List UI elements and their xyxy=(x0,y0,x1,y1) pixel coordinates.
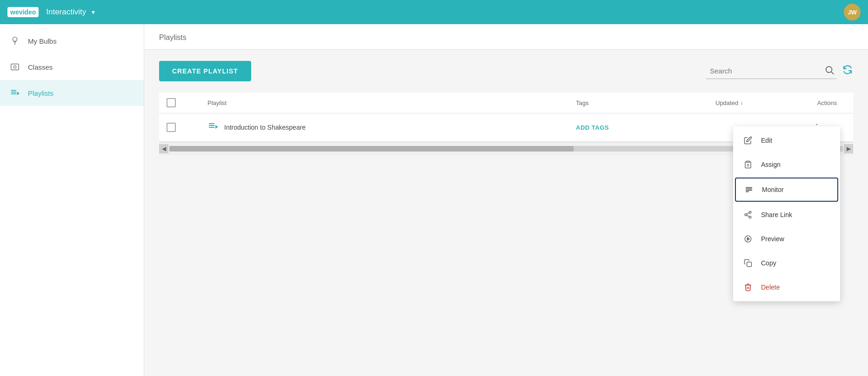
menu-item-preview[interactable]: Preview xyxy=(733,227,840,251)
row-checkbox[interactable] xyxy=(167,123,176,132)
logo-box: wevideo xyxy=(7,7,39,17)
svg-line-21 xyxy=(747,215,749,217)
svg-point-0 xyxy=(13,37,17,41)
context-menu: Edit Assign xyxy=(733,126,840,301)
row-check-col xyxy=(167,123,189,132)
sidebar: My Bulbs Classes Playlists xyxy=(0,24,144,376)
toolbar: CREATE PLAYLIST xyxy=(159,61,853,81)
delete-icon xyxy=(742,282,754,293)
col-header-playlist: Playlist xyxy=(189,99,576,106)
select-all-checkbox[interactable] xyxy=(167,98,176,107)
nav-left: wevideo Interactivity ▾ xyxy=(7,7,95,17)
sidebar-item-playlists[interactable]: Playlists xyxy=(0,80,144,106)
assign-label: Assign xyxy=(761,161,781,168)
copy-icon xyxy=(742,257,754,269)
edit-label: Edit xyxy=(761,137,772,144)
sidebar-label-my-bulbs: My Bulbs xyxy=(28,37,57,45)
svg-marker-24 xyxy=(748,237,750,240)
classes-icon xyxy=(9,61,20,73)
create-playlist-button[interactable]: CREATE PLAYLIST xyxy=(159,61,251,81)
logo-text: wevideo xyxy=(10,8,36,16)
bulb-icon xyxy=(9,35,20,46)
search-input[interactable] xyxy=(706,63,836,79)
search-area xyxy=(706,63,853,79)
menu-item-share-link[interactable]: Share Link xyxy=(733,203,840,227)
svg-line-22 xyxy=(747,213,749,214)
svg-point-18 xyxy=(749,211,751,214)
page-title: Playlists xyxy=(159,33,853,49)
select-all-col xyxy=(167,98,189,107)
playlist-row-name: Introduction to Shakespeare xyxy=(224,124,306,131)
row-playlist-col: Introduction to Shakespeare xyxy=(189,121,576,134)
playlists-icon xyxy=(9,87,20,99)
sidebar-label-playlists: Playlists xyxy=(28,89,53,97)
table-header: Playlist Tags Updated ↓ Actions xyxy=(159,92,853,113)
svg-line-7 xyxy=(831,72,834,74)
scroll-left-arrow[interactable]: ◀ xyxy=(159,144,168,153)
updated-label: Updated xyxy=(715,99,738,106)
menu-item-assign[interactable]: Assign xyxy=(733,152,840,177)
menu-item-copy[interactable]: Copy xyxy=(733,251,840,275)
preview-label: Preview xyxy=(761,235,784,243)
menu-item-delete[interactable]: Delete xyxy=(733,275,840,299)
page-header: Playlists xyxy=(144,24,868,50)
monitor-label: Monitor xyxy=(762,186,784,193)
edit-icon xyxy=(742,135,754,146)
add-tags-button[interactable]: ADD TAGS xyxy=(576,124,609,131)
svg-point-19 xyxy=(745,214,747,216)
col-header-updated[interactable]: Updated ↓ xyxy=(715,99,808,106)
sidebar-label-classes: Classes xyxy=(28,63,53,71)
sidebar-item-my-bulbs[interactable]: My Bulbs xyxy=(0,28,144,54)
layout: My Bulbs Classes Playlists xyxy=(0,24,868,376)
col-header-tags: Tags xyxy=(576,99,715,106)
svg-point-20 xyxy=(749,216,751,218)
scroll-thumb xyxy=(169,146,574,152)
app-dropdown-icon[interactable]: ▾ xyxy=(92,8,95,16)
refresh-button[interactable] xyxy=(842,64,853,78)
app-name: Interactivity xyxy=(46,7,86,17)
menu-item-monitor[interactable]: Monitor xyxy=(735,178,838,202)
svg-point-2 xyxy=(13,66,16,68)
share-link-label: Share Link xyxy=(761,211,792,218)
svg-rect-11 xyxy=(747,161,749,163)
top-nav: wevideo Interactivity ▾ JW xyxy=(0,0,868,24)
copy-label: Copy xyxy=(761,259,776,267)
svg-rect-25 xyxy=(747,262,752,267)
scroll-right-arrow[interactable]: ▶ xyxy=(844,144,853,153)
avatar[interactable]: JW xyxy=(844,4,861,20)
search-icon-button[interactable] xyxy=(824,65,835,77)
delete-label: Delete xyxy=(761,284,780,291)
wevideo-logo[interactable]: wevideo xyxy=(7,7,39,17)
sidebar-item-classes[interactable]: Classes xyxy=(0,54,144,80)
assign-icon xyxy=(742,159,754,170)
col-header-actions: Actions xyxy=(808,99,846,106)
preview-icon xyxy=(742,233,754,244)
monitor-icon xyxy=(743,184,754,195)
svg-rect-1 xyxy=(11,64,19,70)
share-link-icon xyxy=(742,209,754,220)
menu-item-edit[interactable]: Edit xyxy=(733,128,840,152)
sort-arrow-icon: ↓ xyxy=(740,99,743,106)
search-input-wrap xyxy=(706,63,836,79)
playlist-row-icon xyxy=(207,121,219,134)
svg-point-6 xyxy=(826,66,832,73)
main-content: Playlists CREATE PLAYLIST xyxy=(144,24,868,376)
row-tags-col: ADD TAGS xyxy=(576,123,715,132)
